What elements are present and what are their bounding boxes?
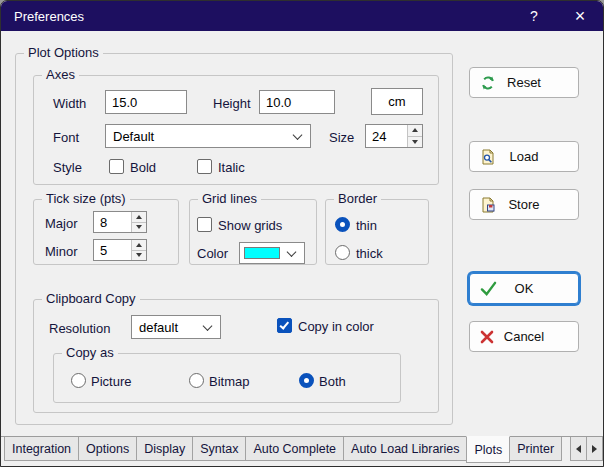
copy-in-color-label: Copy in color (298, 319, 374, 335)
color-label: Color (197, 246, 228, 262)
arrow-up-icon (136, 243, 142, 247)
arrow-right-icon (592, 445, 597, 453)
border-thin-radio[interactable] (335, 217, 350, 232)
ok-button-label: OK (515, 281, 534, 296)
bold-label: Bold (130, 160, 156, 176)
border-thick-radio[interactable] (335, 245, 350, 260)
border-thick-label: thick (356, 246, 383, 262)
minor-spinner[interactable]: 5 (93, 239, 147, 261)
tab-auto-complete[interactable]: Auto Complete (245, 437, 344, 461)
cancel-button-label: Cancel (504, 329, 544, 344)
height-input[interactable] (259, 90, 335, 114)
bold-checkbox[interactable] (109, 159, 124, 174)
resolution-label: Resolution (49, 321, 110, 337)
store-button[interactable]: Store (469, 189, 579, 220)
arrow-down-icon (136, 253, 142, 257)
size-down-button[interactable] (408, 136, 422, 148)
cross-icon (480, 329, 498, 345)
major-down-button[interactable] (132, 222, 146, 233)
size-up-button[interactable] (408, 125, 422, 136)
font-label: Font (53, 130, 79, 146)
width-label: Width (53, 96, 86, 112)
load-button[interactable]: Load (469, 141, 579, 172)
cancel-button[interactable]: Cancel (469, 321, 579, 352)
major-label: Major (45, 216, 78, 232)
load-button-label: Load (510, 149, 539, 164)
tick-size-group-label: Tick size (pts) (42, 191, 130, 206)
store-button-label: Store (508, 197, 539, 212)
size-label: Size (329, 130, 354, 146)
help-button[interactable]: ? (511, 1, 557, 31)
tab-printer[interactable]: Printer (509, 437, 562, 461)
size-spinner[interactable]: 24 (365, 124, 423, 148)
italic-checkbox[interactable] (197, 159, 212, 174)
reset-button[interactable]: Reset (469, 67, 579, 98)
grid-color-select[interactable] (239, 242, 305, 264)
refresh-icon (480, 75, 498, 91)
tab-scroll-left-button[interactable] (570, 437, 587, 461)
size-value: 24 (372, 129, 386, 144)
arrow-left-icon (576, 445, 581, 453)
copy-as-bitmap-label: Bitmap (209, 374, 249, 390)
grid-color-swatch (244, 247, 280, 259)
arrow-down-icon (412, 140, 418, 144)
axes-group-label: Axes (42, 67, 79, 82)
copy-as-both-label: Both (319, 374, 346, 390)
copy-as-group-label: Copy as (62, 345, 118, 360)
tab-plots[interactable]: Plots (466, 436, 510, 463)
show-grids-label: Show grids (218, 218, 282, 234)
ok-button[interactable]: OK (469, 273, 579, 304)
tab-display[interactable]: Display (136, 437, 193, 461)
tab-auto-load-libraries[interactable]: Auto Load Libraries (343, 437, 467, 461)
copy-as-bitmap-radio[interactable] (189, 373, 204, 388)
close-button[interactable]: × (557, 1, 603, 31)
load-file-icon (480, 149, 498, 165)
tab-syntax[interactable]: Syntax (192, 437, 246, 461)
minor-label: Minor (45, 244, 78, 260)
store-file-icon (480, 197, 498, 213)
minor-down-button[interactable] (132, 250, 146, 261)
resolution-value: default (139, 320, 178, 335)
major-spinner[interactable]: 8 (93, 211, 147, 233)
tab-options[interactable]: Options (78, 437, 137, 461)
height-label: Height (213, 96, 251, 112)
width-input[interactable] (105, 90, 187, 114)
arrow-up-icon (136, 215, 142, 219)
tab-scroll-arrows (571, 437, 603, 461)
chevron-down-icon (293, 130, 303, 140)
chevron-down-icon (287, 247, 297, 257)
reset-button-label: Reset (507, 75, 541, 90)
copy-as-picture-label: Picture (91, 374, 131, 390)
tab-integration[interactable]: Integration (4, 437, 79, 461)
title-bar: Preferences ? × (1, 1, 603, 31)
show-grids-checkbox[interactable] (197, 217, 212, 232)
minor-value: 5 (100, 243, 107, 258)
arrow-down-icon (136, 225, 142, 229)
plot-options-group-label: Plot Options (24, 45, 103, 60)
tab-scroll-right-button[interactable] (586, 437, 603, 461)
units-select[interactable]: cm (371, 88, 423, 115)
major-value: 8 (100, 215, 107, 230)
check-mark-icon (280, 320, 289, 329)
units-value: cm (388, 94, 405, 109)
font-select-value: Default (113, 129, 154, 144)
resolution-select[interactable]: default (131, 315, 221, 339)
border-group-label: Border (334, 191, 381, 206)
preferences-dialog: Preferences ? × Plot Options Axes Tick s… (0, 0, 604, 467)
major-up-button[interactable] (132, 212, 146, 222)
italic-label: Italic (218, 160, 245, 176)
window-title: Preferences (1, 9, 84, 24)
font-select[interactable]: Default (105, 124, 311, 148)
minor-up-button[interactable] (132, 240, 146, 250)
arrow-up-icon (412, 128, 418, 132)
copy-as-both-radio[interactable] (299, 373, 314, 388)
style-label: Style (53, 160, 82, 176)
copy-in-color-checkbox[interactable] (277, 318, 292, 333)
check-icon (480, 281, 498, 297)
copy-as-picture-radio[interactable] (71, 373, 86, 388)
clipboard-copy-group-label: Clipboard Copy (42, 291, 140, 306)
chevron-down-icon (203, 321, 213, 331)
preferences-tab-bar: Integration Options Display Syntax Auto … (1, 436, 603, 466)
grid-lines-group-label: Grid lines (198, 191, 261, 206)
border-thin-label: thin (356, 218, 377, 234)
